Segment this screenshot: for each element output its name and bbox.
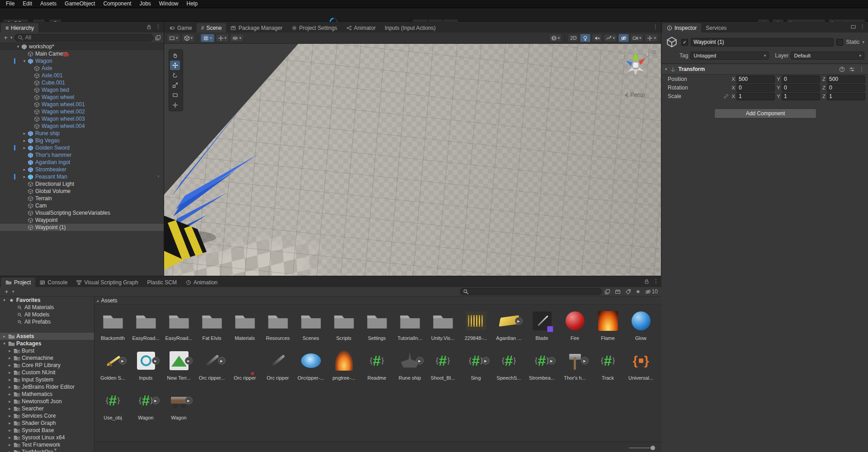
asset-wagon[interactable]: ▶Wagon [162,387,195,427]
asset-inputs[interactable]: ▶Inputs [129,347,162,387]
foldout-arrow-icon[interactable]: ▸ [7,363,12,367]
draw-mode-dropdown[interactable]: ▾ [549,34,562,42]
foldout-arrow-icon[interactable]: ▸ [7,428,12,433]
tab-project-settings[interactable]: Project Settings [287,23,342,33]
asset-shoot-bl-[interactable]: {#}Shoot_Bl... [426,347,459,387]
static-dropdown-icon[interactable]: ▾ [862,40,864,44]
menu-jobs[interactable]: Jobs [135,0,155,8]
tab-animator[interactable]: Animator [342,23,380,33]
menu-window[interactable]: Window [155,0,183,8]
tab-game[interactable]: Game [165,23,197,33]
asset-settings[interactable]: Settings [360,307,393,347]
hierarchy-item-cam[interactable]: Cam [0,202,164,209]
position-z-field[interactable]: 500 [827,75,865,83]
asset-blacksmith[interactable]: Blacksmith [96,307,129,347]
asset-easyroad-[interactable]: EasyRoad... [129,307,162,347]
orientation-gizmo[interactable]: y x z [620,48,651,79]
presets-icon[interactable] [849,66,855,72]
kebab-menu-icon[interactable]: ⋮ [653,24,658,30]
asset-speechs-[interactable]: {#}SpeechS... [492,347,525,387]
foldout-arrow-icon[interactable]: ▸ [7,348,12,353]
2d-toggle-button[interactable]: 2D [568,34,579,42]
hierarchy-item-visualscripting-scenevariables[interactable]: VisualScripting SceneVariables [0,209,164,217]
foldout-arrow-icon[interactable]: ▸ [7,392,12,396]
hierarchy-item-wagon[interactable]: ▾Wagon [0,57,164,65]
hierarchy-item-waypoint-1-[interactable]: Waypoint (1) [0,224,164,231]
tree-pkg-shader-graph[interactable]: ▸Shader Graph [0,419,94,427]
help-icon[interactable] [839,66,845,72]
open-search-window-icon[interactable] [604,289,610,295]
asset-fat-elvis[interactable]: Fat Elvis [195,307,228,347]
hierarchy-item-wagon-wheel[interactable]: Wagon wheel [0,94,164,101]
tree-pkg-newtonsoft-json[interactable]: ▸Newtonsoft Json [0,398,94,405]
project-search-input[interactable] [460,288,602,295]
pivot-dropdown[interactable]: ▾ [182,34,195,42]
snap-button[interactable]: ▾ [216,34,229,42]
blue-spikes-object[interactable] [164,102,268,269]
tree-all-models[interactable]: All Models [0,311,94,318]
tree-pkg-services-core[interactable]: ▸Services Core [0,412,94,419]
lock-icon[interactable] [644,278,650,284]
static-checkbox[interactable] [836,39,843,46]
asset-scenes[interactable]: Scenes [294,307,327,347]
foldout-arrow-icon[interactable]: ▸ [22,174,27,179]
foldout-arrow-icon[interactable]: ▸ [7,356,12,360]
menu-assets[interactable]: Assets [36,0,61,8]
hierarchy-item-wagon-wheel-002[interactable]: Wagon wheel.002 [0,108,164,115]
asset-scripts[interactable]: Scripts [327,307,360,347]
dock-icon[interactable] [850,24,856,30]
hierarchy-item-axle[interactable]: Axle [0,65,164,72]
expand-play-badge[interactable]: ▶ [185,357,193,365]
expand-play-badge[interactable]: ▶ [416,357,424,365]
foldout-arrow-icon[interactable]: ▸ [7,406,12,411]
scale-z-field[interactable]: 1 [827,93,865,100]
asset-glow[interactable]: Glow [624,307,657,347]
asset-sing[interactable]: {#}▶Sing [459,347,492,387]
hierarchy-item-rune-ship[interactable]: ▸Rune ship [0,130,164,137]
asset-orc-ripper[interactable]: Orc ripper [228,347,261,387]
hierarchy-item-directional-light[interactable]: Directional Light [0,180,164,188]
asset-strombea-[interactable]: {#}▶Strombea... [525,347,558,387]
pick-window-icon[interactable] [155,35,161,41]
asset-use-obj[interactable]: {#}Use_obj [96,387,129,427]
foldout-arrow-icon[interactable]: ▸ [22,146,27,150]
asset-track[interactable]: {#}Track [591,347,624,387]
effects-dropdown[interactable]: ▾ [604,34,617,42]
slider-knob[interactable] [651,446,655,450]
layer-dropdown[interactable]: Default▾ [791,52,864,60]
scale-x-field[interactable]: 1 [736,93,775,100]
expand-play-badge[interactable]: ▶ [119,357,127,365]
asset-pngtree-[interactable]: pngtree-... [327,347,360,387]
foldout-arrow-icon[interactable]: ▸ [7,435,12,440]
menu-edit[interactable]: Edit [19,0,36,8]
gizmo-menu-icon[interactable] [651,50,656,54]
position-y-field[interactable]: 0 [782,75,820,83]
foldout-arrow-icon[interactable]: ▾ [22,59,27,63]
rotation-x-field[interactable]: 0 [736,84,775,92]
projection-label[interactable]: Persp [617,92,653,98]
expand-play-badge[interactable]: ▶ [515,317,523,325]
scale-y-field[interactable]: 1 [782,93,820,100]
tree-pkg-jetbrains-rider-editor[interactable]: ▸JetBrains Rider Editor [0,383,94,391]
rotate-tool-button[interactable] [170,71,180,80]
tree-pkg-sysroot-linux-x64[interactable]: ▸Sysroot Linux x64 [0,434,94,441]
asset-orcripper-[interactable]: Orcripper-... [294,347,327,387]
asset-golden-s-[interactable]: ▶Golden S... [96,347,129,387]
move-tool-button[interactable] [170,61,180,70]
foldout-arrow-icon[interactable]: ▸ [7,370,12,375]
hierarchy-item-strombeaker[interactable]: ▸Strombeaker [0,166,164,173]
expand-play-badge[interactable]: ▶ [548,357,556,365]
prefab-open-chevron-icon[interactable]: › [158,174,159,179]
chevron-down-icon[interactable]: ▾ [10,35,13,40]
snap-increment-dropdown[interactable]: ▾ [230,34,244,42]
tag-dropdown[interactable]: Untagged▾ [690,52,769,60]
asset-flame[interactable]: Flame [591,307,624,347]
thumbnail-size-slider[interactable] [629,447,654,448]
foldout-arrow-icon[interactable]: ▾ [2,341,7,346]
asset-orc-ripper[interactable]: Orc ripper [261,347,294,387]
tree-pkg-textmeshpro[interactable]: ▸TextMeshPro [0,448,94,452]
foldout-arrow-icon[interactable]: ▸ [7,421,12,425]
foldout-arrow-icon[interactable]: ▸ [7,443,12,447]
foldout-arrow-icon[interactable]: ▾ [665,67,667,71]
tree-assets[interactable]: ▸Assets [0,333,94,340]
